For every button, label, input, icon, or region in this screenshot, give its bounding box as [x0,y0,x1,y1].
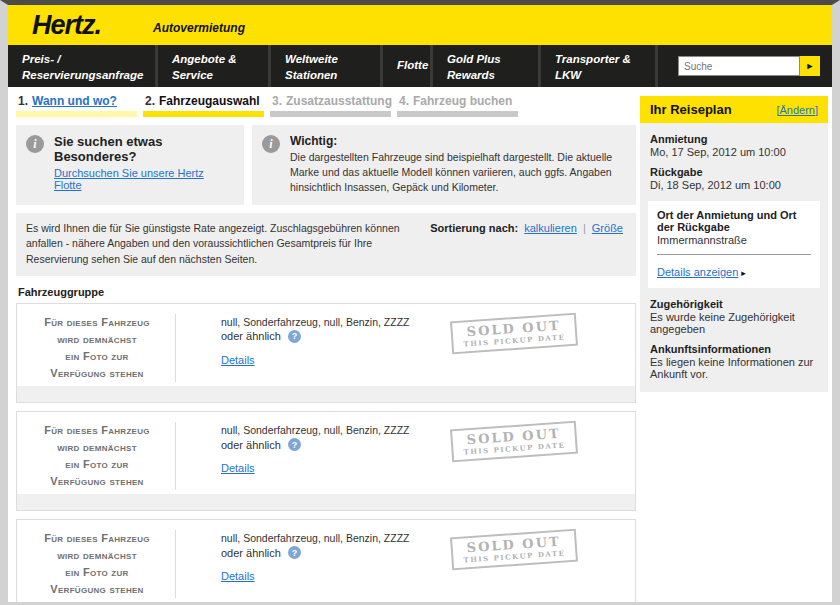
help-icon[interactable]: ? [288,438,301,451]
step-number: 2. [145,94,155,108]
step-number: 4. [399,94,409,108]
photo-placeholder-text: Für dieses Fahrzeugwird demnächstein Fot… [44,314,150,382]
pickup-label: Anmietung [650,133,818,145]
or-similar-label: oder ähnlich [221,330,281,342]
nav-label: Rewards [447,68,528,84]
main-nav: Preis- / Reservierungsanfrage Angebote &… [8,45,832,87]
location-value: Immermannstraße [657,234,811,246]
return-label: Rückgabe [650,166,818,178]
search-submit-button[interactable]: ► [800,56,820,76]
special-vehicle-info-box: i Sie suchen etwas Besonderes? Durchsuch… [16,125,244,205]
vehicle-card: Für dieses Fahrzeugwird demnächstein Fot… [16,411,636,511]
info-icon: i [262,135,280,153]
divider [657,254,811,255]
nav-label: Reservierungsanfrage [22,68,145,84]
step-progress-bar [16,111,137,117]
trip-plan-sidebar: Ihr Reiseplan [Ändern] Anmietung Mo, 17 … [640,96,828,605]
or-similar-label: oder ähnlich [221,547,281,559]
vehicle-details-link[interactable]: Details [221,462,255,474]
search-input[interactable] [678,56,800,76]
info-icon: i [26,135,44,153]
step-label: Fahrzeugauswahl [159,94,260,108]
hertz-logo[interactable]: Hertz. [32,10,101,41]
nav-label: Preis- / [22,52,145,68]
location-details-link[interactable]: Details anzeigen [657,266,738,278]
or-similar-label: oder ähnlich [221,439,281,451]
main-column: 1.Wann und wo? 2.Fahrzeugauswahl 3.Zusat… [16,87,636,605]
step-progress-bar [270,111,391,117]
step-zusatzausstattung: 3.Zusatzausstattung [270,94,391,117]
vehicle-group-label: Fahrzeuggruppe [18,286,636,298]
arrival-value: Es liegen keine Informationen zur Ankunf… [650,356,818,380]
location-box: Ort der Anmietung und Ort der Rückgabe I… [648,201,820,288]
return-datetime: Di, 18 Sep, 2012 um 10:00 [650,179,818,191]
sort-label: Sortierung nach: [430,222,518,234]
change-trip-link[interactable]: [Ändern] [776,104,818,116]
important-notice-box: i Wichtig: Die dargestellten Fahrzeuge s… [252,125,636,205]
nav-label: LKW [555,68,645,84]
vehicle-details-link[interactable]: Details [221,570,255,582]
location-label: Ort der Anmietung und Ort der Rückgabe [657,209,811,233]
search-arrow-icon: ► [806,61,815,71]
nav-label: Stationen [285,68,370,84]
step-label: Fahrzeug buchen [413,94,512,108]
vehicle-details-link[interactable]: Details [221,354,255,366]
step-fahrzeugauswahl: 2.Fahrzeugauswahl [143,94,264,117]
card-footer [17,386,635,402]
nav-search-area: ► [658,45,832,87]
help-icon[interactable]: ? [288,330,301,343]
step-wann-und-wo: 1.Wann und wo? [16,94,137,117]
browser-window: Hertz. Autovermietung Preis- / Reservier… [0,0,840,605]
affiliation-label: Zugehörigkeit [650,298,818,310]
vehicle-card: Für dieses Fahrzeugwird demnächstein Fot… [16,519,636,605]
important-box-text: Die dargestellten Fahrzeuge sind beispie… [290,150,626,196]
browse-fleet-link[interactable]: Durchsuchen Sie unsere Hertz Flotte [54,167,234,191]
nav-item-gold-plus-rewards[interactable]: Gold Plus Rewards [433,45,541,87]
nav-item-preis-reservierungsanfrage[interactable]: Preis- / Reservierungsanfrage [8,45,158,87]
pickup-datetime: Mo, 17 Sep, 2012 um 10:00 [650,146,818,158]
step-progress-bar [397,111,518,117]
vehicle-specs: null, Sonderfahrzeug, null, Benzin, ZZZZ [221,532,410,544]
sort-controls: Sortierung nach: kalkulieren | Größe [430,221,626,268]
sort-separator: | [583,222,586,234]
help-icon[interactable]: ? [288,546,301,559]
nav-item-angebote-service[interactable]: Angebote & Service [158,45,271,87]
affiliation-value: Es wurde keine Zugehörigkeit angegeben [650,311,818,335]
vehicle-specs: null, Sonderfahrzeug, null, Benzin, ZZZZ [221,424,410,436]
masthead-tagline: Autovermietung [153,21,245,35]
nav-label: Service [172,68,258,84]
masthead: Hertz. Autovermietung [8,5,832,45]
nav-label: Angebote & [172,52,258,68]
photo-placeholder-text: Für dieses Fahrzeugwird demnächstein Fot… [44,422,150,490]
nav-label: Gold Plus [447,52,528,68]
vehicle-specs: null, Sonderfahrzeug, null, Benzin, ZZZZ [221,316,410,328]
caret-right-icon: ▸ [741,268,746,278]
special-box-title: Sie suchen etwas Besonderes? [54,134,234,164]
trip-plan-title: Ihr Reiseplan [650,102,732,117]
sort-by-size-link[interactable]: Größe [592,222,623,234]
arrival-label: Ankunftsinformationen [650,343,818,355]
nav-item-transporter-lkw[interactable]: Transporter & LKW [541,45,658,87]
step-fahrzeug-buchen: 4.Fahrzeug buchen [397,94,518,117]
nav-label: Transporter & [555,52,645,68]
nav-label: Weltweite [285,52,370,68]
step-progress-bar [143,111,264,117]
card-footer [17,494,635,510]
sort-by-price-link[interactable]: kalkulieren [524,222,577,234]
trip-plan-header: Ihr Reiseplan [Ändern] [640,96,828,123]
booking-steps: 1.Wann und wo? 2.Fahrzeugauswahl 3.Zusat… [16,87,636,121]
trip-plan-body: Anmietung Mo, 17 Sep, 2012 um 10:00 Rück… [640,123,828,392]
nav-label: Flotte [397,58,428,74]
nav-item-flotte[interactable]: Flotte [383,45,433,87]
step-wann-und-wo-link[interactable]: Wann und wo? [32,94,117,108]
step-label: Zusatzausstattung [286,94,392,108]
vehicle-card: Für dieses Fahrzeugwird demnächstein Fot… [16,303,636,403]
rate-notice: Es wird Ihnen die für Sie günstigste Rat… [16,213,636,276]
step-number: 3. [272,94,282,108]
step-number: 1. [18,94,28,108]
important-box-title: Wichtig: [290,134,626,148]
rate-notice-text: Es wird Ihnen die für Sie günstigste Rat… [26,221,430,268]
nav-item-weltweite-stationen[interactable]: Weltweite Stationen [271,45,383,87]
photo-placeholder-text: Für dieses Fahrzeugwird demnächstein Fot… [44,530,150,598]
